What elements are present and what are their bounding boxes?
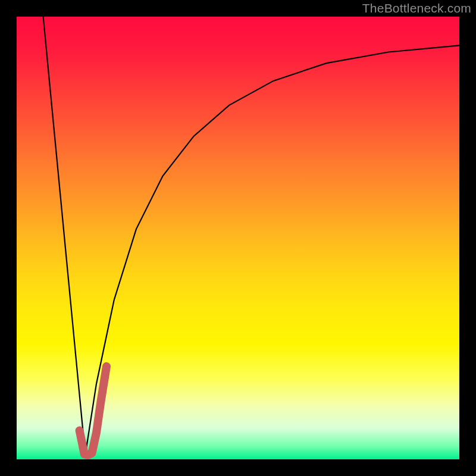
series-right-ascent bbox=[85, 45, 459, 455]
plot-area bbox=[17, 17, 459, 459]
series-left-descent bbox=[43, 17, 86, 455]
chart-frame: TheBottleneck.com bbox=[0, 0, 476, 476]
watermark-text: TheBottleneck.com bbox=[362, 1, 471, 15]
curves-layer bbox=[17, 17, 459, 459]
series-highlight-j bbox=[80, 367, 107, 455]
